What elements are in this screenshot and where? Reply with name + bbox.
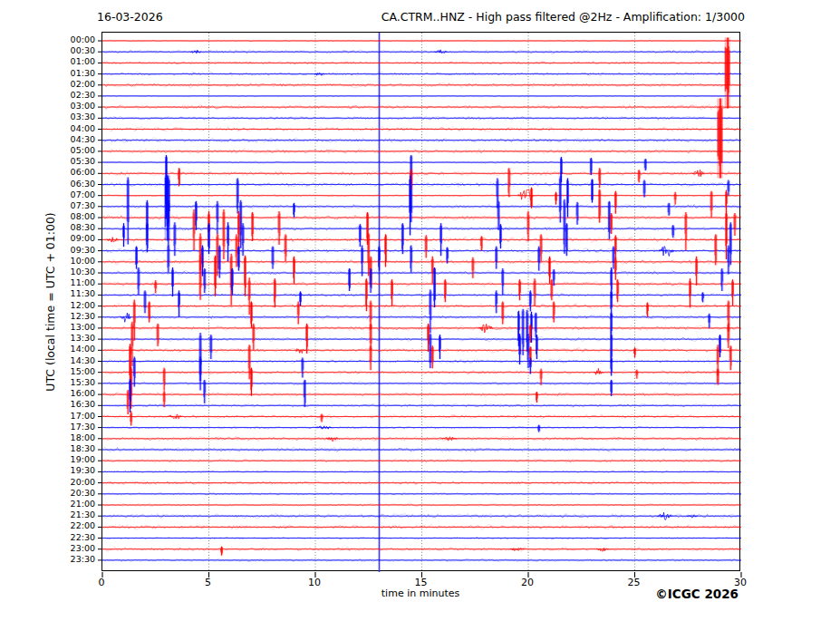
y-tick-label: 05:30 [53,157,95,166]
y-tick-label: 23:00 [53,544,95,553]
y-tick-label: 14:30 [53,356,95,365]
y-tick-label: 10:00 [53,257,95,266]
copyright-label: ©ICGC 2026 [655,587,739,601]
y-tick-label: 01:00 [53,57,95,66]
x-tick-label: 10 [308,577,321,588]
y-tick-label: 15:00 [53,367,95,376]
x-tick-label: 0 [99,577,105,588]
y-tick-label: 02:00 [53,80,95,89]
y-tick-label: 06:30 [53,180,95,189]
y-tick-label: 17:30 [53,422,95,432]
y-tick-label: 13:00 [53,323,95,332]
y-tick-label: 07:00 [53,190,95,199]
y-tick-label: 09:30 [53,246,95,255]
y-tick-label: 13:30 [53,334,95,343]
y-tick-label: 08:00 [53,212,95,221]
x-tick-label: 5 [205,577,211,588]
y-tick-label: 18:30 [53,444,95,453]
y-tick-label: 17:00 [53,412,95,421]
x-tick-label: 25 [628,577,641,588]
y-tick-label: 19:30 [53,466,95,475]
y-tick-label: 10:30 [53,267,95,277]
y-tick-label: 11:30 [53,289,95,298]
y-tick-label: 02:30 [53,91,95,100]
y-tick-label: 12:00 [53,301,95,310]
y-tick-label: 18:00 [53,433,95,442]
y-tick-label: 01:30 [53,69,95,78]
y-tick-label: 16:30 [53,400,95,409]
y-tick-label: 04:30 [53,135,95,144]
seismogram-traces [102,33,741,572]
y-tick-label: 06:00 [53,168,95,177]
y-tick-label: 03:00 [53,102,95,111]
y-tick-label: 15:30 [53,378,95,387]
y-tick-label: 14:00 [53,345,95,354]
y-tick-label: 08:30 [53,223,95,232]
y-tick-label: 03:30 [53,112,95,121]
page-title: CA.CTRM..HNZ - High pass filtered @2Hz -… [381,10,745,24]
y-tick-label: 05:00 [53,146,95,155]
y-tick-label: 09:00 [53,234,95,243]
x-axis-title: time in minutes [381,587,459,599]
y-tick-label: 23:30 [53,555,95,564]
x-tick-label: 20 [521,577,534,588]
y-tick-label: 04:00 [53,124,95,133]
y-tick-label: 22:00 [53,521,95,530]
y-tick-label: 00:00 [53,35,95,44]
y-tick-label: 16:00 [53,389,95,398]
y-tick-label: 12:30 [53,312,95,321]
y-tick-label: 11:00 [53,278,95,287]
y-tick-label: 07:30 [53,201,95,210]
y-tick-label: 19:00 [53,455,95,464]
seismogram-plot-area [101,32,740,571]
y-tick-label: 00:30 [53,46,95,55]
y-tick-label: 20:00 [53,478,95,487]
y-tick-label: 22:30 [53,533,95,542]
helicorder-screenshot: 16-03-2026 CA.CTRM..HNZ - High pass filt… [0,0,840,631]
y-tick-label: 20:30 [53,489,95,498]
date-label: 16-03-2026 [97,10,163,24]
y-tick-label: 21:00 [53,500,95,509]
y-tick-label: 21:30 [53,510,95,519]
